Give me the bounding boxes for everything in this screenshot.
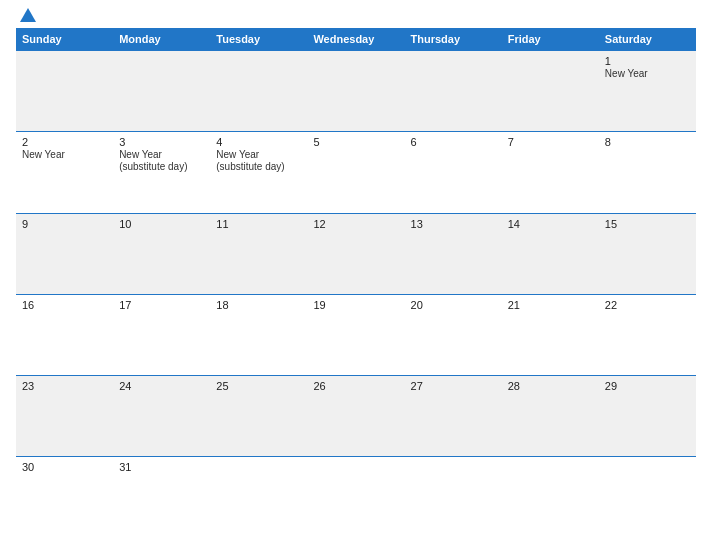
day-number: 7 xyxy=(508,136,593,148)
calendar-row: 9101112131415 xyxy=(16,213,696,294)
day-number: 28 xyxy=(508,380,593,392)
calendar-body: 1New Year2New Year3New Year(substitute d… xyxy=(16,51,696,539)
calendar-cell: 18 xyxy=(210,294,307,375)
calendar-row: 1New Year xyxy=(16,51,696,132)
day-event: New Year xyxy=(216,149,301,160)
day-number: 15 xyxy=(605,218,690,230)
calendar-cell: 25 xyxy=(210,376,307,457)
calendar-cell xyxy=(307,457,404,538)
day-number: 10 xyxy=(119,218,204,230)
day-number: 30 xyxy=(22,461,107,473)
day-number: 26 xyxy=(313,380,398,392)
day-number: 19 xyxy=(313,299,398,311)
calendar-cell xyxy=(16,51,113,132)
calendar-cell: 22 xyxy=(599,294,696,375)
day-number: 24 xyxy=(119,380,204,392)
calendar-cell xyxy=(405,457,502,538)
calendar-cell: 3New Year(substitute day) xyxy=(113,132,210,213)
calendar-cell: 20 xyxy=(405,294,502,375)
day-event: New Year xyxy=(605,68,690,79)
calendar-cell: 2New Year xyxy=(16,132,113,213)
calendar-cell xyxy=(502,51,599,132)
calendar-row: 23242526272829 xyxy=(16,376,696,457)
calendar-cell: 11 xyxy=(210,213,307,294)
calendar-cell: 29 xyxy=(599,376,696,457)
day-number: 5 xyxy=(313,136,398,148)
calendar-cell xyxy=(502,457,599,538)
calendar-cell: 26 xyxy=(307,376,404,457)
calendar-cell: 30 xyxy=(16,457,113,538)
weekday-header-row: SundayMondayTuesdayWednesdayThursdayFrid… xyxy=(16,28,696,51)
weekday-thursday: Thursday xyxy=(405,28,502,51)
calendar-page: SundayMondayTuesdayWednesdayThursdayFrid… xyxy=(0,0,712,550)
calendar-cell: 6 xyxy=(405,132,502,213)
calendar-cell: 28 xyxy=(502,376,599,457)
calendar-cell: 21 xyxy=(502,294,599,375)
calendar-row: 16171819202122 xyxy=(16,294,696,375)
day-number: 8 xyxy=(605,136,690,148)
calendar-cell xyxy=(405,51,502,132)
calendar-row: 2New Year3New Year(substitute day)4New Y… xyxy=(16,132,696,213)
weekday-monday: Monday xyxy=(113,28,210,51)
calendar-cell xyxy=(210,457,307,538)
calendar-cell: 10 xyxy=(113,213,210,294)
day-event: New Year xyxy=(22,149,107,160)
calendar-header: SundayMondayTuesdayWednesdayThursdayFrid… xyxy=(16,28,696,51)
calendar-cell: 27 xyxy=(405,376,502,457)
logo-triangle-icon xyxy=(20,8,36,22)
calendar-cell: 7 xyxy=(502,132,599,213)
calendar-cell: 12 xyxy=(307,213,404,294)
calendar-cell: 15 xyxy=(599,213,696,294)
calendar-cell: 9 xyxy=(16,213,113,294)
weekday-friday: Friday xyxy=(502,28,599,51)
calendar-row: 3031 xyxy=(16,457,696,538)
calendar-cell xyxy=(210,51,307,132)
calendar-cell: 8 xyxy=(599,132,696,213)
weekday-wednesday: Wednesday xyxy=(307,28,404,51)
weekday-tuesday: Tuesday xyxy=(210,28,307,51)
calendar-cell: 19 xyxy=(307,294,404,375)
day-number: 20 xyxy=(411,299,496,311)
day-number: 2 xyxy=(22,136,107,148)
calendar-cell: 4New Year(substitute day) xyxy=(210,132,307,213)
day-number: 1 xyxy=(605,55,690,67)
calendar-cell: 23 xyxy=(16,376,113,457)
logo xyxy=(16,12,36,22)
day-number: 13 xyxy=(411,218,496,230)
calendar-cell xyxy=(113,51,210,132)
calendar-cell xyxy=(599,457,696,538)
header xyxy=(16,12,696,22)
day-event: New Year xyxy=(119,149,204,160)
day-number: 11 xyxy=(216,218,301,230)
day-number: 22 xyxy=(605,299,690,311)
day-number: 21 xyxy=(508,299,593,311)
day-number: 9 xyxy=(22,218,107,230)
weekday-sunday: Sunday xyxy=(16,28,113,51)
day-number: 4 xyxy=(216,136,301,148)
day-number: 16 xyxy=(22,299,107,311)
calendar-cell: 24 xyxy=(113,376,210,457)
calendar-cell: 13 xyxy=(405,213,502,294)
calendar-cell: 16 xyxy=(16,294,113,375)
day-number: 3 xyxy=(119,136,204,148)
day-number: 27 xyxy=(411,380,496,392)
day-event: (substitute day) xyxy=(119,161,204,172)
day-number: 29 xyxy=(605,380,690,392)
day-number: 18 xyxy=(216,299,301,311)
day-event: (substitute day) xyxy=(216,161,301,172)
calendar-cell: 17 xyxy=(113,294,210,375)
day-number: 23 xyxy=(22,380,107,392)
day-number: 14 xyxy=(508,218,593,230)
day-number: 12 xyxy=(313,218,398,230)
weekday-saturday: Saturday xyxy=(599,28,696,51)
calendar-cell: 5 xyxy=(307,132,404,213)
day-number: 17 xyxy=(119,299,204,311)
day-number: 25 xyxy=(216,380,301,392)
calendar-table: SundayMondayTuesdayWednesdayThursdayFrid… xyxy=(16,28,696,538)
calendar-cell xyxy=(307,51,404,132)
calendar-cell: 14 xyxy=(502,213,599,294)
calendar-cell: 1New Year xyxy=(599,51,696,132)
day-number: 31 xyxy=(119,461,204,473)
day-number: 6 xyxy=(411,136,496,148)
calendar-cell: 31 xyxy=(113,457,210,538)
